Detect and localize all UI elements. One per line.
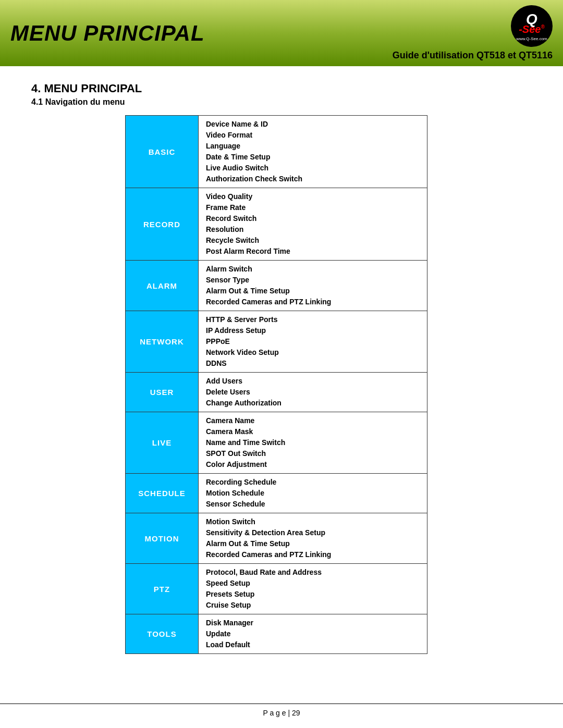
menu-item: Protocol, Baud Rate and Address: [206, 567, 420, 578]
header: MENU PRINCIPAL Q -See® www.Q-See.com Gui…: [0, 0, 563, 66]
menu-item: Video Format: [206, 130, 420, 141]
table-row: RECORDVideo QualityFrame RateRecord Swit…: [126, 188, 427, 261]
menu-item: Frame Rate: [206, 202, 420, 213]
content: 4. MENU PRINCIPAL 4.1 Navigation du menu…: [0, 66, 563, 670]
header-subtitle: Guide d'utilisation QT518 et QT5116: [393, 50, 553, 61]
category-cell-basic: BASIC: [126, 116, 199, 188]
menu-item: Alarm Out & Time Setup: [206, 286, 420, 297]
menu-item: Sensor Schedule: [206, 499, 420, 510]
footer: P a g e | 29: [0, 704, 563, 718]
menu-item: Date & Time Setup: [206, 152, 420, 163]
category-cell-network: NETWORK: [126, 311, 199, 373]
menu-item: Add Users: [206, 376, 420, 387]
menu-item: Video Quality: [206, 191, 420, 202]
logo: Q -See® www.Q-See.com: [511, 5, 553, 47]
menu-item: Recorded Cameras and PTZ Linking: [206, 549, 420, 560]
category-cell-ptz: PTZ: [126, 564, 199, 614]
items-cell-motion: Motion SwitchSensitivity & Detection Are…: [199, 513, 427, 564]
items-cell-basic: Device Name & IDVideo FormatLanguageDate…: [199, 116, 427, 188]
menu-item: Recording Schedule: [206, 477, 420, 488]
menu-item: Authorization Check Switch: [206, 174, 420, 184]
items-cell-schedule: Recording ScheduleMotion ScheduleSensor …: [199, 474, 427, 513]
table-row: BASICDevice Name & IDVideo FormatLanguag…: [126, 116, 427, 188]
category-cell-schedule: SCHEDULE: [126, 474, 199, 513]
items-cell-live: Camera NameCamera MaskName and Time Swit…: [199, 412, 427, 474]
menu-item: Language: [206, 141, 420, 152]
menu-item: Cruise Setup: [206, 600, 420, 611]
menu-item: Change Authorization: [206, 398, 420, 409]
items-cell-record: Video QualityFrame RateRecord SwitchReso…: [199, 188, 427, 261]
header-right: Q -See® www.Q-See.com Guide d'utilisatio…: [393, 5, 553, 61]
category-cell-user: USER: [126, 373, 199, 412]
menu-item: Record Switch: [206, 213, 420, 224]
menu-item: HTTP & Server Ports: [206, 314, 420, 325]
table-row: PTZProtocol, Baud Rate and AddressSpeed …: [126, 564, 427, 614]
menu-item: Motion Schedule: [206, 488, 420, 499]
category-cell-alarm: ALARM: [126, 261, 199, 311]
table-row: ALARMAlarm SwitchSensor TypeAlarm Out & …: [126, 261, 427, 311]
category-cell-tools: TOOLS: [126, 614, 199, 654]
logo-url: www.Q-See.com: [516, 36, 547, 41]
menu-item: Recycle Switch: [206, 235, 420, 246]
menu-item: Recorded Cameras and PTZ Linking: [206, 297, 420, 307]
menu-item: Alarm Out & Time Setup: [206, 538, 420, 549]
table-row: USERAdd UsersDelete UsersChange Authoriz…: [126, 373, 427, 412]
menu-item: Update: [206, 628, 420, 639]
category-cell-motion: MOTION: [126, 513, 199, 564]
category-cell-record: RECORD: [126, 188, 199, 261]
menu-item: Sensitivity & Detection Area Setup: [206, 527, 420, 538]
menu-item: Sensor Type: [206, 275, 420, 286]
section-title: 4. MENU PRINCIPAL: [31, 82, 532, 95]
items-cell-alarm: Alarm SwitchSensor TypeAlarm Out & Time …: [199, 261, 427, 311]
menu-item: Delete Users: [206, 387, 420, 398]
menu-item: DDNS: [206, 358, 420, 369]
menu-item: SPOT Out Switch: [206, 448, 420, 459]
table-row: SCHEDULERecording ScheduleMotion Schedul…: [126, 474, 427, 513]
menu-item: Presets Setup: [206, 589, 420, 600]
menu-item: Disk Manager: [206, 618, 420, 628]
menu-item: Name and Time Switch: [206, 437, 420, 448]
table-row: LIVECamera NameCamera MaskName and Time …: [126, 412, 427, 474]
items-cell-tools: Disk ManagerUpdateLoad Default: [199, 614, 427, 654]
menu-item: Load Default: [206, 639, 420, 650]
menu-item: Color Adjustment: [206, 459, 420, 470]
menu-item: Camera Mask: [206, 426, 420, 437]
menu-item: Post Alarm Record Time: [206, 246, 420, 257]
menu-item: Device Name & ID: [206, 119, 420, 130]
table-row: NETWORKHTTP & Server PortsIP Address Set…: [126, 311, 427, 373]
items-cell-user: Add UsersDelete UsersChange Authorizatio…: [199, 373, 427, 412]
logo-see: -See®: [519, 23, 545, 35]
menu-item: Motion Switch: [206, 516, 420, 527]
header-title: MENU PRINCIPAL: [10, 21, 205, 46]
menu-item: IP Address Setup: [206, 325, 420, 336]
menu-item: Camera Name: [206, 415, 420, 426]
menu-item: Network Video Setup: [206, 347, 420, 358]
menu-table: BASICDevice Name & IDVideo FormatLanguag…: [125, 115, 427, 654]
section-subtitle: 4.1 Navigation du menu: [31, 97, 532, 107]
menu-item: Live Audio Switch: [206, 163, 420, 174]
menu-item: Resolution: [206, 224, 420, 235]
menu-item: PPPoE: [206, 336, 420, 347]
category-cell-live: LIVE: [126, 412, 199, 474]
menu-item: Alarm Switch: [206, 264, 420, 275]
items-cell-ptz: Protocol, Baud Rate and AddressSpeed Set…: [199, 564, 427, 614]
items-cell-network: HTTP & Server PortsIP Address SetupPPPoE…: [199, 311, 427, 373]
table-row: TOOLSDisk ManagerUpdateLoad Default: [126, 614, 427, 654]
table-row: MOTIONMotion SwitchSensitivity & Detecti…: [126, 513, 427, 564]
footer-text: P a g e | 29: [263, 709, 300, 717]
menu-item: Speed Setup: [206, 578, 420, 589]
